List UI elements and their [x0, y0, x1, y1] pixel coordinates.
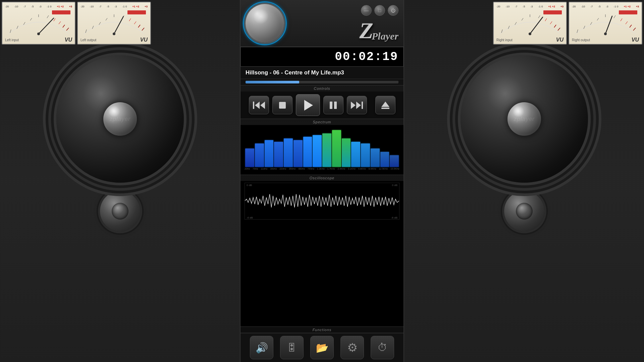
controls-row — [246, 94, 398, 116]
svg-line-48 — [633, 28, 636, 31]
right-input-vu-meter[interactable]: -20 -10 -7 -5 -3 -1 0 +1 +2 +3 — [493, 2, 567, 45]
pause-icon — [330, 102, 337, 109]
svg-point-38 — [529, 33, 531, 35]
left-watermark: zplayer — [109, 116, 130, 123]
play-button[interactable] — [296, 94, 320, 116]
player-header: — □ ⏻ Z Player — [240, 0, 404, 47]
volume-knob[interactable] — [246, 4, 284, 43]
svg-line-32 — [545, 18, 547, 21]
pause-button[interactable] — [323, 96, 343, 114]
spectrum-freq-label: 745Hz — [308, 168, 314, 170]
svg-line-24 — [114, 16, 123, 34]
spectrum-bar — [293, 140, 303, 167]
settings-function-button[interactable]: ⚙ — [340, 336, 364, 359]
svg-line-27 — [508, 26, 509, 29]
svg-line-34 — [554, 25, 556, 27]
playlist-function-button[interactable]: 📂 — [310, 336, 334, 359]
right-output-vu-label: VU — [632, 37, 639, 43]
svg-line-11 — [39, 18, 54, 34]
left-input-label: Left input — [5, 38, 19, 42]
left-woofer-center: zplayer — [103, 102, 137, 136]
svg-rect-36 — [543, 10, 562, 14]
svg-line-47 — [630, 25, 632, 27]
svg-line-16 — [106, 18, 107, 20]
spectrum-freq-label: 480Hz — [298, 168, 305, 170]
svg-line-35 — [558, 28, 560, 31]
spectrum-freq-label: 20Hz — [245, 168, 250, 170]
right-vu-meters: -20 -10 -7 -5 -3 -1 0 +1 +2 +3 — [493, 2, 642, 45]
playlist-icon: 📂 — [316, 342, 328, 354]
volume-function-button[interactable]: 🔊 — [250, 336, 273, 359]
left-speaker-panel: -20 -10 -7 -5 -3 -1 0 +1 +2 +3 — [0, 0, 240, 362]
svg-line-6 — [54, 18, 55, 21]
svg-rect-23 — [127, 10, 146, 14]
restore-button[interactable]: □ — [374, 5, 385, 16]
spectrum-bar — [274, 142, 283, 167]
scheduler-icon: ⏱ — [377, 342, 387, 353]
svg-rect-49 — [619, 10, 637, 14]
spectrum-bar — [284, 138, 293, 167]
functions-row: 🔊 🎛 📂 ⚙ ⏱ — [246, 336, 398, 359]
oscilloscope-section-label: Oscilloscope — [240, 175, 404, 181]
progress-bar-track[interactable] — [246, 81, 398, 83]
stop-button[interactable] — [272, 96, 292, 114]
svg-line-14 — [92, 26, 94, 29]
main-container: -20 -10 -7 -5 -3 -1 0 +1 +2 +3 — [0, 0, 644, 362]
spectrum-freq-label: 220Hz — [279, 168, 286, 170]
minimize-button[interactable]: — — [361, 5, 372, 16]
next-button[interactable] — [347, 96, 367, 114]
spectrum-labels: 20Hz75Hz110Hz160Hz220Hz350Hz480Hz745Hz1.… — [245, 168, 399, 170]
eject-button[interactable] — [375, 96, 395, 114]
svg-line-44 — [614, 15, 615, 18]
progress-bar-fill — [246, 81, 299, 83]
scheduler-function-button[interactable]: ⏱ — [371, 336, 394, 359]
svg-line-33 — [550, 21, 552, 24]
svg-line-31 — [538, 15, 540, 18]
right-tweeter — [504, 191, 544, 231]
svg-line-40 — [584, 26, 585, 29]
right-watermark: zplayer — [514, 116, 534, 123]
right-speaker-panel: -20 -10 -7 -5 -3 -1 0 +1 +2 +3 — [404, 0, 644, 362]
left-input-vu-meter[interactable]: -20 -10 -7 -5 -3 -1 0 +1 +2 +3 — [2, 2, 75, 45]
spectrum-freq-label: 350Hz — [289, 168, 296, 170]
power-button[interactable]: ⏻ — [388, 5, 398, 16]
svg-line-1 — [17, 26, 18, 29]
right-output-vu-meter[interactable]: -20 -10 -7 -5 -3 -1 0 +1 +2 +3 — [569, 2, 642, 45]
spectrum-bar — [245, 148, 254, 167]
svg-line-19 — [129, 18, 131, 21]
svg-line-45 — [621, 18, 622, 21]
right-woofer: zplayer — [461, 55, 588, 183]
equalizer-function-button[interactable]: 🎛 — [280, 336, 304, 359]
logo-area: Z Player — [359, 19, 398, 42]
left-output-vu-meter[interactable]: -20 -10 -7 -5 -3 -1 0 +1 +2 +3 — [77, 2, 151, 45]
spectrum-bar — [361, 143, 370, 167]
player-panel: — □ ⏻ Z Player 00:02:19 Hillsong - 06 - … — [240, 0, 404, 362]
spectrum-freq-label: 160Hz — [270, 168, 277, 170]
track-name: Hillsong - 06 - Centre of My Life.mp3 — [246, 69, 398, 76]
spectrum-bar — [265, 140, 274, 167]
spectrum-freq-label: 15.5KHz — [390, 168, 399, 170]
window-controls: — □ ⏻ — [361, 5, 398, 16]
spectrum-freq-label: 4.8KHz — [358, 168, 366, 170]
spectrum-bar — [380, 152, 389, 167]
progress-bar-container[interactable] — [240, 79, 404, 85]
volume-icon: 🔊 — [256, 342, 268, 354]
functions-section-label: Functions — [240, 327, 404, 333]
svg-line-46 — [626, 21, 628, 24]
svg-rect-10 — [52, 10, 70, 14]
svg-line-9 — [66, 28, 69, 31]
spectrum-freq-label: 3.1KHz — [348, 168, 356, 170]
controls-section-label: Controls — [240, 85, 404, 92]
stop-icon — [279, 102, 286, 109]
svg-line-37 — [530, 17, 543, 34]
prev-icon — [253, 102, 265, 109]
prev-button[interactable] — [249, 96, 269, 114]
left-output-vu-display — [80, 9, 148, 36]
svg-line-42 — [597, 18, 599, 20]
svg-line-50 — [605, 16, 612, 34]
settings-icon: ⚙ — [347, 341, 358, 354]
left-input-vu-label: VU — [65, 37, 72, 43]
controls-section — [240, 92, 404, 119]
spectrum-bars — [245, 127, 399, 167]
spectrum-bar — [351, 142, 360, 167]
